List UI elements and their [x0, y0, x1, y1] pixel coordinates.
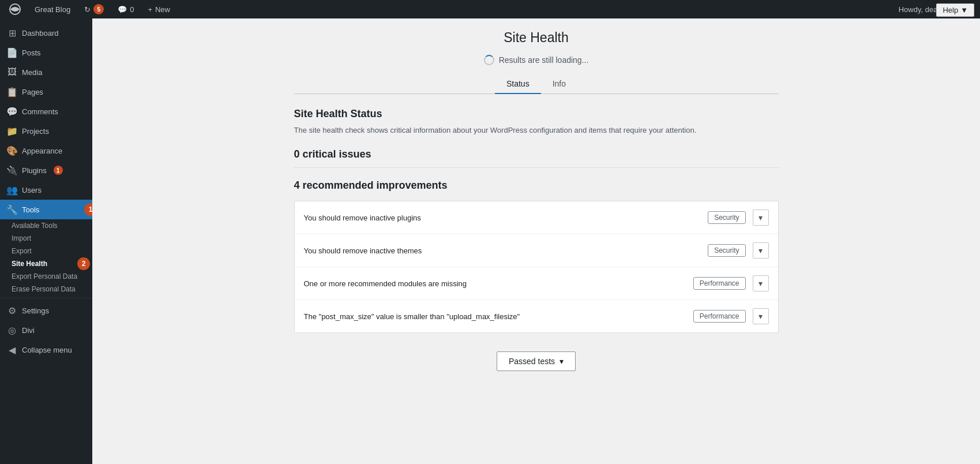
sidebar-item-comments[interactable]: 💬 Comments	[0, 102, 92, 121]
updates-icon: ↻	[84, 5, 91, 14]
sidebar-divider	[0, 298, 92, 298]
loading-text: Results are still loading...	[499, 55, 589, 65]
chevron-down-icon: ▾	[560, 357, 564, 366]
dashboard-icon: ⊞	[7, 28, 17, 38]
admin-bar-logo[interactable]	[6, 0, 24, 18]
tab-status[interactable]: Status	[495, 74, 541, 94]
content-wrap: Site Health Results are still loading...…	[277, 18, 796, 394]
pages-icon: 📋	[7, 87, 17, 97]
layout: ⊞ Dashboard 📄 Posts 🖼 Media 📋 Pages 💬 Co…	[0, 18, 980, 464]
sidebar-item-settings[interactable]: ⚙ Settings	[0, 301, 92, 320]
sidebar-sub-import[interactable]: Import	[0, 232, 92, 245]
divider	[294, 167, 779, 168]
section-title: Site Health Status	[294, 108, 779, 120]
help-button[interactable]: Help ▼	[936, 3, 974, 17]
tools-icon: 🔧	[7, 204, 17, 215]
sidebar-sub-available-tools[interactable]: Available Tools	[0, 219, 92, 232]
divi-icon: ◎	[7, 325, 17, 335]
improvement-tag: Security	[708, 244, 745, 257]
improvements-count: 4 recommended improvements	[294, 179, 779, 192]
improvement-text: You should remove inactive themes	[304, 246, 701, 255]
improvement-tag: Security	[708, 211, 745, 224]
loading-circle	[484, 55, 494, 65]
posts-icon: 📄	[7, 47, 17, 58]
sidebar-sub-site-health[interactable]: Site Health 2	[0, 257, 92, 270]
improvement-expand-button[interactable]: ▾	[753, 308, 769, 324]
improvement-item: You should remove inactive themes Securi…	[295, 234, 778, 267]
improvement-text: One or more recommended modules are miss…	[304, 279, 686, 288]
section-desc: The site health check shows critical inf…	[294, 126, 779, 134]
page-title: Site Health	[294, 30, 779, 46]
improvement-item: You should remove inactive plugins Secur…	[295, 201, 778, 234]
chevron-down-icon: ▼	[960, 6, 968, 14]
sidebar-item-projects[interactable]: 📁 Projects	[0, 121, 92, 141]
sidebar-item-plugins[interactable]: 🔌 Plugins 1	[0, 160, 92, 180]
sidebar-item-pages[interactable]: 📋 Pages	[0, 82, 92, 102]
appearance-icon: 🎨	[7, 145, 17, 156]
plus-icon: +	[148, 5, 152, 14]
sidebar-sub-export-personal-data[interactable]: Export Personal Data	[0, 270, 92, 283]
comments-icon: 💬	[118, 5, 127, 14]
tabs: Status Info	[294, 74, 779, 94]
sidebar-item-tools[interactable]: 🔧 Tools 1	[0, 200, 92, 219]
improvements-list: You should remove inactive plugins Secur…	[294, 201, 779, 333]
admin-bar-updates[interactable]: ↻ 5	[81, 0, 107, 18]
admin-bar-right: Howdy, deannamclean Help ▼	[899, 5, 974, 14]
tab-info[interactable]: Info	[541, 74, 577, 94]
improvement-expand-button[interactable]: ▾	[753, 275, 769, 291]
sidebar-item-posts[interactable]: 📄 Posts	[0, 43, 92, 62]
users-icon: 👥	[7, 185, 17, 195]
passed-tests-button[interactable]: Passed tests ▾	[497, 351, 576, 371]
sidebar-sub-export[interactable]: Export	[0, 245, 92, 257]
admin-bar-site-name[interactable]: Great Blog	[31, 0, 74, 18]
admin-bar: Great Blog ↻ 5 💬 0 + New Howdy, deannamc…	[0, 0, 980, 18]
sidebar: ⊞ Dashboard 📄 Posts 🖼 Media 📋 Pages 💬 Co…	[0, 18, 92, 464]
settings-icon: ⚙	[7, 305, 17, 316]
admin-bar-new[interactable]: + New	[144, 0, 174, 18]
sidebar-item-media[interactable]: 🖼 Media	[0, 62, 92, 82]
sidebar-item-dashboard[interactable]: ⊞ Dashboard	[0, 23, 92, 43]
admin-bar-comments[interactable]: 💬 0	[114, 0, 137, 18]
tools-step-badge: 1	[84, 203, 92, 216]
site-health-step-badge: 2	[77, 257, 90, 270]
improvement-expand-button[interactable]: ▾	[753, 242, 769, 259]
plugins-badge: 1	[54, 166, 63, 175]
improvement-tag: Performance	[693, 310, 746, 323]
critical-issues-count: 0 critical issues	[294, 148, 779, 160]
main-content: Site Health Results are still loading...…	[92, 18, 980, 464]
improvement-expand-button[interactable]: ▾	[753, 209, 769, 226]
loading-indicator: Results are still loading...	[294, 55, 779, 65]
sidebar-item-divi[interactable]: ◎ Divi	[0, 320, 92, 340]
comments-icon: 💬	[7, 106, 17, 117]
improvement-item: One or more recommended modules are miss…	[295, 267, 778, 300]
sidebar-item-collapse[interactable]: ◀ Collapse menu	[0, 340, 92, 360]
sidebar-item-users[interactable]: 👥 Users	[0, 180, 92, 200]
projects-icon: 📁	[7, 126, 17, 136]
collapse-icon: ◀	[7, 345, 17, 355]
passed-tests-label: Passed tests	[509, 357, 555, 366]
passed-tests-wrap: Passed tests ▾	[294, 351, 779, 371]
improvement-text: You should remove inactive plugins	[304, 214, 701, 222]
sidebar-sub-erase-personal-data[interactable]: Erase Personal Data	[0, 283, 92, 295]
sidebar-item-appearance[interactable]: 🎨 Appearance	[0, 141, 92, 160]
plugins-icon: 🔌	[7, 165, 17, 175]
improvement-item: The "post_max_size" value is smaller tha…	[295, 300, 778, 332]
improvement-text: The "post_max_size" value is smaller tha…	[304, 312, 686, 321]
improvement-tag: Performance	[693, 277, 746, 290]
media-icon: 🖼	[7, 67, 17, 77]
